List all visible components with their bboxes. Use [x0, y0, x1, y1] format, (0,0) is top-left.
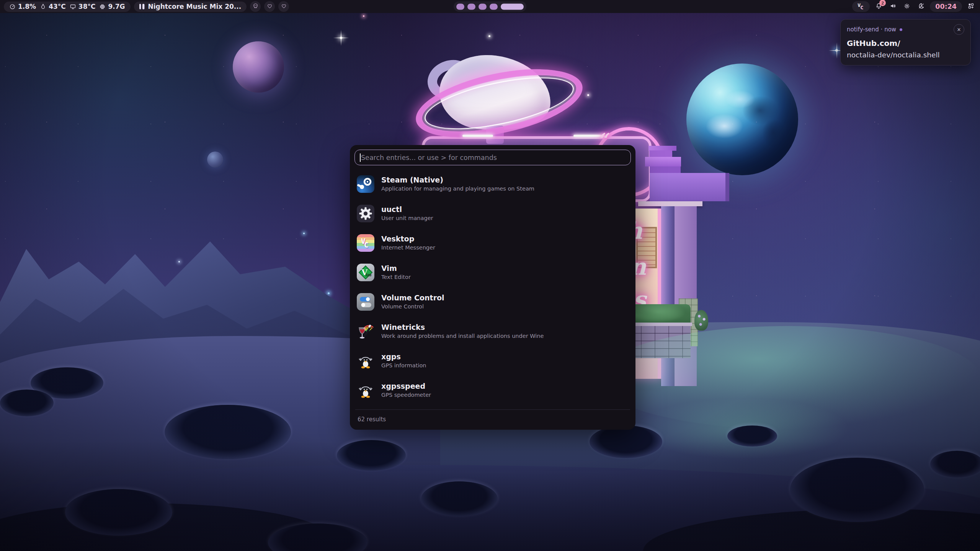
- crater: [790, 458, 924, 522]
- sign-light-dash: [462, 135, 493, 137]
- gear-icon: [357, 205, 374, 222]
- result-title: uuctl: [381, 205, 433, 214]
- glow-star: [363, 15, 364, 17]
- result-text: Vim Text Editor: [381, 264, 411, 280]
- vim-icon: Vim: [357, 264, 374, 281]
- result-row-vim[interactable]: Vim Vim Text Editor: [354, 258, 631, 287]
- result-description: Volume Control: [381, 303, 444, 310]
- planter-edge: [626, 323, 692, 326]
- memory-value: 9.7G: [108, 3, 125, 10]
- cpu-usage-stat: 1.8%: [9, 3, 36, 10]
- result-row-volume-control[interactable]: Volume Control Volume Control: [354, 287, 631, 316]
- heart-button[interactable]: [264, 1, 275, 12]
- steam-icon: [357, 175, 374, 193]
- result-text: xgpsspeed GPS speedometer: [381, 382, 431, 398]
- planter-grass: [627, 304, 691, 324]
- temperature-value: 43°C: [49, 3, 66, 10]
- close-button[interactable]: ✕: [954, 24, 964, 35]
- night-light-button[interactable]: [916, 1, 926, 12]
- crater: [930, 451, 980, 478]
- sun-icon: [903, 3, 910, 11]
- tux-icon: [357, 352, 374, 370]
- result-title: xgpsspeed: [381, 382, 431, 391]
- volume-button[interactable]: [887, 1, 898, 12]
- glow-star: [328, 292, 330, 294]
- search-input[interactable]: [355, 150, 630, 165]
- workspace-1[interactable]: [456, 3, 464, 10]
- result-title: Vesktop: [381, 235, 435, 243]
- result-row-winetricks[interactable]: Winetricks Work around problems and inst…: [354, 316, 631, 346]
- tray-vesktop[interactable]: V C: [852, 1, 870, 12]
- bar-left-widgets: 1.8% 43°C 38°C 9.7G Nightcore Music Mix …: [4, 1, 289, 12]
- result-row-uuctl[interactable]: uuctl User unit manager: [354, 199, 631, 228]
- result-description: User unit manager: [381, 215, 433, 221]
- crater: [165, 405, 291, 459]
- result-row-xgps[interactable]: xgps GPS information: [354, 346, 631, 375]
- top-bar: 1.8% 43°C 38°C 9.7G Nightcore Music Mix …: [0, 0, 980, 13]
- glow-star: [340, 37, 342, 39]
- heart-icon: [266, 3, 273, 10]
- skull-button[interactable]: [250, 1, 261, 12]
- result-text: Vesktop Internet Messenger: [381, 235, 435, 251]
- system-stats-widget[interactable]: 1.8% 43°C 38°C 9.7G: [4, 2, 131, 12]
- crater: [337, 440, 406, 471]
- result-row-xgpsspeed[interactable]: xgpsspeed GPS speedometer: [354, 375, 631, 405]
- cpu-usage-value: 1.8%: [18, 3, 36, 10]
- flame-icon: [40, 3, 46, 10]
- heart-button[interactable]: [278, 1, 289, 12]
- workspace-4[interactable]: [490, 3, 498, 10]
- svg-text:im: im: [365, 272, 371, 277]
- notifications-button[interactable]: 2: [873, 1, 884, 12]
- overview-button[interactable]: [965, 1, 976, 12]
- result-row-vesktop[interactable]: V C Vesktop Internet Messenger: [354, 228, 631, 258]
- heart-icon: [281, 3, 287, 10]
- result-description: GPS information: [381, 362, 426, 368]
- memory-stat: 9.7G: [99, 3, 125, 10]
- result-text: xgps GPS information: [381, 353, 426, 368]
- pause-icon: [139, 4, 144, 9]
- secondary-temperature-value: 38°C: [78, 3, 96, 10]
- workspace-pill: [454, 2, 526, 12]
- clock-widget[interactable]: 00:24: [930, 1, 962, 12]
- crater: [590, 425, 662, 458]
- glow-star: [178, 261, 180, 262]
- workspace-3[interactable]: [479, 3, 487, 10]
- secondary-temperature-stat: 38°C: [70, 3, 96, 10]
- notification-badge: 2: [879, 0, 886, 6]
- workspace-2[interactable]: [467, 3, 475, 10]
- volume-sliders-icon: [357, 293, 374, 311]
- tux-icon: [357, 381, 374, 399]
- glow-star: [303, 233, 305, 234]
- media-player-widget[interactable]: Nightcore Music Mix 20...: [134, 2, 247, 12]
- cornice-step: [650, 166, 681, 173]
- skull-icon: [252, 3, 259, 10]
- speaker-icon: [889, 2, 897, 11]
- result-description: GPS speedometer: [381, 392, 431, 398]
- result-title: xgps: [381, 353, 426, 361]
- workspace-5-active[interactable]: [501, 3, 524, 10]
- planter-bricks: [628, 326, 691, 358]
- temperature-stat: 43°C: [40, 3, 66, 10]
- crater: [65, 489, 172, 536]
- brightness-button[interactable]: [902, 1, 912, 12]
- glow-star: [835, 49, 838, 52]
- notification-header: notify-send · now ✕: [847, 24, 964, 35]
- result-description: Application for managing and playing gam…: [381, 186, 534, 192]
- search-field: [354, 150, 631, 165]
- notification-popup: notify-send · now ✕ GitHub.com/ noctalia…: [840, 19, 971, 65]
- toggle-on: [360, 297, 370, 302]
- workspace-indicator: [454, 2, 526, 12]
- cornice-slab: [650, 173, 729, 201]
- shop-wall: [675, 206, 697, 386]
- gauge-icon: [9, 3, 16, 10]
- result-title: Winetricks: [381, 323, 544, 332]
- result-title: Vim: [381, 264, 411, 273]
- result-description: Text Editor: [381, 274, 411, 280]
- result-row-steam[interactable]: Steam (Native) Application for managing …: [354, 169, 631, 199]
- result-text: Volume Control Volume Control: [381, 294, 444, 310]
- moon-slash-icon: [918, 2, 925, 11]
- notification-source: notify-send · now: [847, 26, 896, 33]
- vesktop-icon: V C: [357, 234, 374, 252]
- crater: [421, 481, 498, 517]
- result-text: uuctl User unit manager: [381, 205, 433, 221]
